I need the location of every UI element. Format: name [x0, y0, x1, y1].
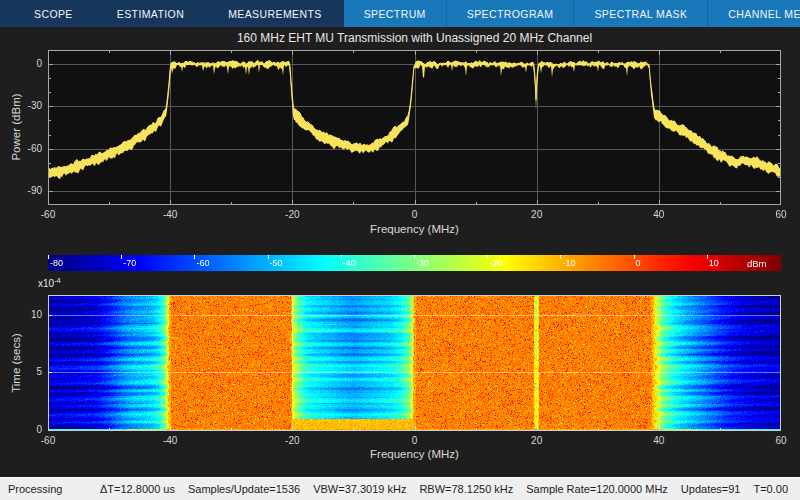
tick-label: 60 [766, 209, 796, 220]
tick-label: 0 [400, 435, 430, 446]
status-metric: VBW=37.3019 kHz [313, 483, 406, 495]
tab-scope[interactable]: SCOPE [12, 0, 95, 27]
tick-label: -60 [33, 435, 63, 446]
status-state: Processing [8, 483, 100, 495]
tick-label: 10 [6, 309, 42, 320]
status-metric: Updates=91 [681, 483, 741, 495]
status-bar: Processing ΔT=12.8000 usSamples/Update=1… [0, 477, 800, 500]
status-metric: Sample Rate=120.0000 MHz [526, 483, 668, 495]
tick-label: 60 [766, 435, 796, 446]
spectrogram-plot[interactable] [48, 295, 781, 431]
tick-label: -40 [155, 209, 185, 220]
scope-figure: 160 MHz EHT MU Transmission with Unassig… [0, 27, 800, 477]
spectrogram-ylabel: Time (secs) [10, 333, 22, 393]
tick-label: 0 [400, 209, 430, 220]
tick-label: -90 [6, 185, 42, 196]
tick-label: 40 [644, 209, 674, 220]
tick-label: 40 [644, 435, 674, 446]
tab-estimation[interactable]: ESTIMATION [95, 0, 206, 27]
status-metric: T=0.00 [753, 483, 788, 495]
tab-channel-measurements[interactable]: CHANNEL MEAS... [707, 0, 800, 27]
tab-spectrogram[interactable]: SPECTROGRAM [446, 0, 574, 27]
status-metric: Samples/Update=1536 [188, 483, 300, 495]
plot-title: 160 MHz EHT MU Transmission with Unassig… [48, 31, 781, 45]
tick-label: -20 [277, 209, 307, 220]
tick-label: 20 [522, 209, 552, 220]
spectrum-plot[interactable] [48, 50, 781, 205]
status-metric: RBW=78.1250 kHz [419, 483, 513, 495]
status-metrics: ΔT=12.8000 usSamples/Update=1536VBW=37.3… [100, 483, 788, 495]
tick-label: 0 [6, 424, 42, 435]
tick-label: 0 [6, 58, 42, 69]
tick-label: -40 [155, 435, 185, 446]
tab-spectrum[interactable]: SPECTRUM [344, 0, 446, 27]
spectrum-xlabel: Frequency (MHz) [48, 223, 781, 235]
tabgroup-main: SCOPE ESTIMATION MEASUREMENTS [0, 0, 344, 27]
toolstrip-tabbar: SCOPE ESTIMATION MEASUREMENTS SPECTRUM S… [0, 0, 800, 27]
tab-spectral-mask[interactable]: SPECTRAL MASK [573, 0, 707, 27]
tick-label: 20 [522, 435, 552, 446]
spectrum-ylabel: Power (dBm) [10, 93, 22, 160]
time-axis-exponent-label: x10-4 [38, 276, 61, 289]
status-metric: ΔT=12.8000 us [100, 483, 175, 495]
tab-measurements[interactable]: MEASUREMENTS [206, 0, 343, 27]
colorbar-unit-label: dBm [747, 258, 781, 269]
colorbar[interactable] [48, 255, 781, 271]
tabgroup-contextual: SPECTRUM SPECTROGRAM SPECTRAL MASK CHANN… [344, 0, 800, 27]
spectrogram-xlabel: Frequency (MHz) [48, 448, 781, 460]
tick-label: -20 [277, 435, 307, 446]
spectrum-analyzer-window: SCOPE ESTIMATION MEASUREMENTS SPECTRUM S… [0, 0, 800, 500]
tick-label: -60 [33, 209, 63, 220]
